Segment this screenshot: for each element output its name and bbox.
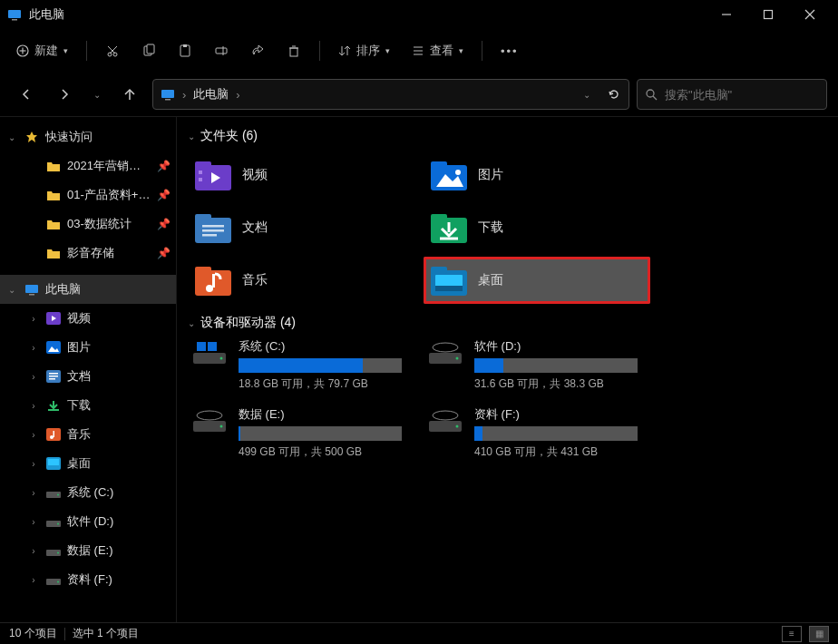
- drive-item-f[interactable]: 资料 (F:) 410 GB 可用，共 431 GB: [424, 406, 650, 460]
- rename-button[interactable]: [205, 35, 238, 66]
- sort-button[interactable]: 排序 ▾: [329, 35, 399, 66]
- sidebar-item-drive-d[interactable]: ›软件 (D:): [0, 507, 176, 536]
- svg-rect-80: [212, 274, 215, 288]
- cut-button[interactable]: [96, 35, 129, 66]
- pictures-icon: [45, 339, 62, 356]
- main: ⌄ 快速访问 2021年营销活动&客📌 01-产品资料+图片📌 03-数据统计📌…: [0, 116, 838, 622]
- copy-button[interactable]: [132, 35, 165, 66]
- view-button[interactable]: 查看 ▾: [403, 35, 473, 66]
- svg-point-52: [57, 494, 59, 496]
- sidebar-item-qa-1[interactable]: 01-产品资料+图片📌: [0, 181, 176, 210]
- sidebar-item-qa-0[interactable]: 2021年营销活动&客📌: [0, 151, 176, 181]
- svg-rect-84: [435, 286, 463, 291]
- back-button[interactable]: [11, 79, 42, 110]
- svg-rect-14: [147, 44, 154, 54]
- sidebar-item-videos[interactable]: ›视频: [0, 304, 176, 333]
- folder-label: 图片: [478, 167, 503, 183]
- group-folders-header[interactable]: ⌄ 文件夹 (6): [188, 128, 827, 144]
- folder-icon: [45, 158, 62, 174]
- drive-item-e[interactable]: 数据 (E:) 499 GB 可用，共 500 GB: [188, 406, 414, 460]
- delete-button[interactable]: [278, 35, 310, 66]
- sort-label: 排序: [356, 43, 380, 59]
- chevron-down-icon: ⌄: [188, 318, 195, 328]
- downloads-icon: [45, 397, 62, 414]
- drive-stat: 18.8 GB 可用，共 79.7 GB: [239, 376, 411, 392]
- svg-point-56: [57, 552, 59, 554]
- svg-point-90: [456, 357, 459, 360]
- new-label: 新建: [34, 43, 58, 59]
- drive-stat: 499 GB 可用，共 500 GB: [239, 444, 411, 460]
- sidebar-item-pictures[interactable]: ›图片: [0, 333, 176, 362]
- folder-item-videos[interactable]: 视频: [188, 151, 414, 199]
- group-drives: ⌄ 设备和驱动器 (4) 系统 (C:) 18.8 GB 可用，共 79.7 G…: [188, 315, 827, 460]
- sidebar-item-drive-c[interactable]: ›系统 (C:): [0, 478, 176, 507]
- chevron-right-icon: ›: [27, 314, 40, 324]
- drive-item-c[interactable]: 系统 (C:) 18.8 GB 可用，共 79.7 GB: [188, 338, 414, 392]
- sidebar-item-drive-f[interactable]: ›资料 (F:): [0, 565, 176, 594]
- tiles-view-button[interactable]: ▦: [809, 626, 829, 642]
- details-view-button[interactable]: ≡: [782, 626, 802, 642]
- sidebar-item-music[interactable]: ›音乐: [0, 420, 176, 449]
- svg-rect-50: [48, 459, 59, 465]
- svg-rect-61: [199, 171, 202, 174]
- sidebar-item-downloads[interactable]: ›下载: [0, 391, 176, 420]
- svg-point-31: [647, 90, 654, 97]
- svg-rect-82: [431, 267, 447, 274]
- recent-button[interactable]: ⌄: [87, 79, 107, 110]
- svg-rect-65: [431, 161, 447, 169]
- folder-label: 视频: [242, 167, 268, 183]
- group-drives-header[interactable]: ⌄ 设备和驱动器 (4): [188, 315, 827, 331]
- folder-item-documents[interactable]: 文档: [188, 204, 414, 251]
- separator: [86, 41, 87, 61]
- close-button[interactable]: [789, 0, 831, 29]
- rename-icon: [214, 44, 229, 58]
- refresh-button[interactable]: [607, 87, 621, 102]
- folder-item-pictures[interactable]: 图片: [424, 151, 650, 199]
- svg-rect-34: [25, 285, 38, 293]
- minimize-button[interactable]: [706, 0, 747, 29]
- breadcrumb-this-pc[interactable]: 此电脑: [193, 86, 229, 102]
- search-icon: [645, 88, 658, 101]
- drive-icon: [427, 338, 463, 366]
- drive-item-d[interactable]: 软件 (D:) 31.6 GB 可用，共 38.3 GB: [424, 338, 650, 392]
- share-button[interactable]: [241, 35, 274, 66]
- folder-item-music[interactable]: 音乐: [188, 257, 414, 304]
- address-dropdown[interactable]: ⌄: [583, 90, 590, 100]
- maximize-button[interactable]: [747, 0, 789, 29]
- address-bar[interactable]: › 此电脑 › ⌄: [152, 79, 629, 110]
- search-input[interactable]: [665, 88, 819, 102]
- forward-button[interactable]: [49, 79, 80, 110]
- sidebar-quick-access[interactable]: ⌄ 快速访问: [0, 122, 176, 151]
- chevron-right-icon: ›: [27, 372, 40, 382]
- drive-usage-bar: [239, 358, 402, 373]
- folder-label: 音乐: [242, 272, 268, 288]
- music-icon: [195, 265, 231, 296]
- sidebar-this-pc[interactable]: ⌄ 此电脑: [0, 275, 176, 304]
- folder-item-downloads[interactable]: 下载: [424, 204, 650, 251]
- sidebar-item-qa-3[interactable]: 影音存储📌: [0, 239, 176, 268]
- sidebar-item-desktop[interactable]: ›桌面: [0, 449, 176, 478]
- desktop-icon: [431, 265, 467, 296]
- folder-icon: [45, 187, 62, 203]
- sort-icon: [338, 44, 351, 57]
- sidebar-item-documents[interactable]: ›文档: [0, 362, 176, 391]
- music-icon: [45, 426, 62, 443]
- svg-point-94: [197, 411, 222, 420]
- up-button[interactable]: [114, 79, 145, 110]
- sidebar-item-drive-e[interactable]: ›数据 (E:): [0, 536, 176, 565]
- chevron-right-icon: ›: [27, 343, 40, 353]
- new-button[interactable]: 新建 ▾: [7, 35, 77, 66]
- svg-line-32: [653, 96, 657, 100]
- sidebar-item-qa-2[interactable]: 03-数据统计📌: [0, 210, 176, 239]
- search-box[interactable]: [637, 79, 827, 110]
- folder-item-desktop[interactable]: 桌面: [424, 257, 650, 304]
- paste-button[interactable]: [169, 35, 201, 66]
- folder-icon: [45, 245, 62, 261]
- titlebar: 此电脑: [0, 0, 838, 29]
- chevron-right-icon: ›: [27, 401, 40, 411]
- more-button[interactable]: •••: [492, 35, 528, 66]
- copy-icon: [141, 44, 156, 58]
- svg-rect-41: [49, 373, 58, 375]
- view-icon: [412, 44, 424, 57]
- documents-icon: [45, 368, 62, 385]
